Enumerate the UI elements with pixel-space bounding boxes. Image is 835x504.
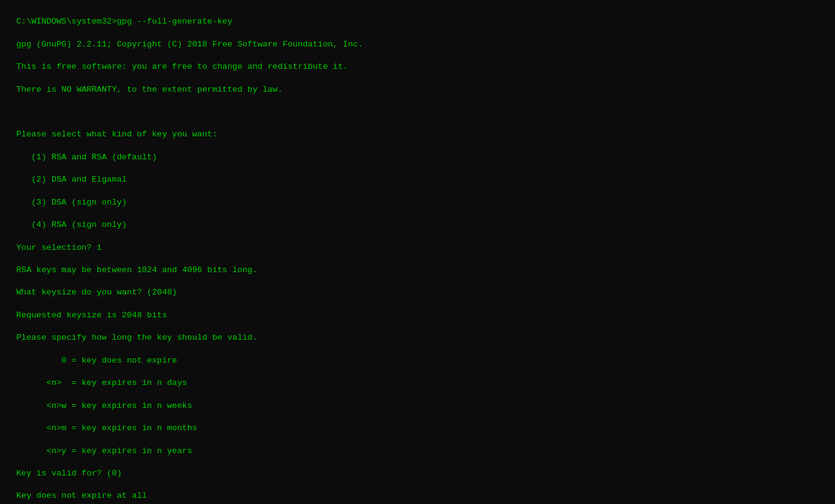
not-expire: Key does not expire at all xyxy=(16,491,147,500)
opt1: (1) RSA and RSA (default) xyxy=(16,153,157,162)
select-prompt: Please select what kind of key you want: xyxy=(16,130,217,139)
selection-line: Your selection? 1 xyxy=(16,243,102,252)
free1-line: This is free software: you are free to c… xyxy=(16,62,348,71)
requested-keysize: Requested keysize is 2048 bits xyxy=(16,311,167,320)
valid-nw: <n>w = key expires in n weeks xyxy=(16,401,192,410)
cmd-line: C:\WINDOWS\system32>gpg --full-generate-… xyxy=(16,17,232,26)
valid-n: <n> = key expires in n days xyxy=(16,378,187,387)
opt4: (4) RSA (sign only) xyxy=(16,220,127,229)
valid-0: 0 = key does not expire xyxy=(16,356,177,365)
valid-prompt: Please specify how long the key should b… xyxy=(16,333,257,342)
opt2: (2) DSA and Elgamal xyxy=(16,175,127,184)
valid-for: Key is valid for? (0) xyxy=(16,469,122,478)
warranty-line: There is NO WARRANTY, to the extent perm… xyxy=(16,85,282,94)
opt3: (3) DSA (sign only) xyxy=(16,198,127,207)
terminal-window: C:\WINDOWS\system32>gpg --full-generate-… xyxy=(6,5,829,504)
valid-nm: <n>m = key expires in n months xyxy=(16,423,197,433)
valid-ny: <n>y = key expires in n years xyxy=(16,446,192,456)
rsa-info: RSA keys may be between 1024 and 4096 bi… xyxy=(16,265,257,275)
keysize-prompt: What keysize do you want? (2048) xyxy=(16,288,177,297)
version-line: gpg (GnuPG) 2.2.11; Copyright (C) 2018 F… xyxy=(16,40,363,49)
